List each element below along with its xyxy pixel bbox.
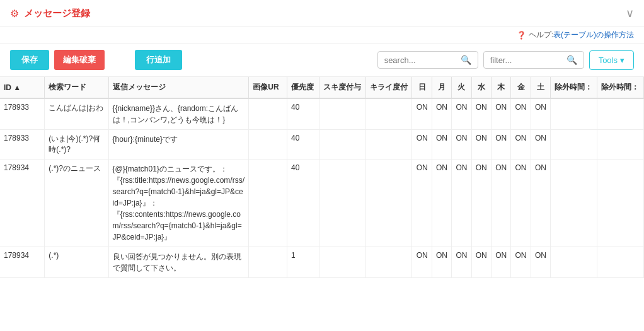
cell-fri[interactable]: ON [511, 247, 531, 278]
col-header-id[interactable]: ID ▲ [0, 77, 45, 98]
tools-button[interactable]: Tools ▾ [589, 50, 634, 70]
table-header-row: ID ▲ 検索ワード 返信メッセージ 画像UR 優先度 スキ度付与 キライ度付 … [0, 77, 644, 98]
cell-exc1[interactable] [551, 98, 597, 130]
cell-sat[interactable]: ON [531, 160, 550, 247]
header: ⚙ メッセージ登録 ∨ [0, 0, 644, 27]
cell-keyword[interactable]: (.*)?のニュース [45, 160, 108, 247]
cell-keyword[interactable]: こんばんは|おわ [45, 98, 108, 130]
cell-sat[interactable]: ON [531, 130, 550, 160]
cell-sun[interactable]: ON [412, 160, 432, 247]
cell-exc1[interactable] [551, 247, 597, 278]
cell-keyword[interactable]: (.*) [45, 247, 108, 278]
cell-img[interactable] [249, 160, 287, 247]
cell-img[interactable] [249, 247, 287, 278]
cell-thu[interactable]: ON [491, 160, 510, 247]
cell-tue[interactable]: ON [452, 160, 471, 247]
col-header-exc1[interactable]: 除外時間： [551, 77, 597, 98]
help-link[interactable]: 表(テーブル)の操作方法 [553, 30, 634, 40]
cell-id[interactable]: 178934 [0, 160, 45, 247]
cell-priority[interactable]: 40 [287, 98, 319, 130]
cell-message[interactable]: {@}{match01}のニュースです。： 『{rss:title:https:… [108, 160, 249, 247]
cell-mon[interactable]: ON [432, 98, 451, 130]
save-button[interactable]: 保存 [10, 50, 49, 70]
col-header-exc2[interactable]: 除外時間： [597, 77, 643, 98]
cell-img[interactable] [249, 98, 287, 130]
tools-chevron-icon: ▾ [620, 55, 624, 65]
cell-exc1[interactable] [551, 160, 597, 247]
cell-sat[interactable]: ON [531, 247, 550, 278]
cell-sat[interactable]: ON [531, 98, 550, 130]
cell-id[interactable]: 178933 [0, 98, 45, 130]
cell-id[interactable]: 178934 [0, 247, 45, 278]
cell-exc2[interactable] [597, 247, 643, 278]
cell-kirai[interactable] [365, 247, 412, 278]
col-header-priority[interactable]: 優先度 [287, 77, 319, 98]
cell-kirai[interactable] [365, 130, 412, 160]
col-header-message[interactable]: 返信メッセージ [108, 77, 249, 98]
cell-mon[interactable]: ON [432, 160, 451, 247]
cell-sun[interactable]: ON [412, 98, 432, 130]
data-table: ID ▲ 検索ワード 返信メッセージ 画像UR 優先度 スキ度付与 キライ度付 … [0, 77, 644, 278]
col-header-kirai[interactable]: キライ度付 [365, 77, 412, 98]
cell-suki[interactable] [319, 98, 365, 130]
chevron-down-icon[interactable]: ∨ [626, 6, 634, 20]
cell-wed[interactable]: ON [471, 247, 491, 278]
cell-fri[interactable]: ON [511, 160, 531, 247]
cell-wed[interactable]: ON [471, 160, 491, 247]
col-header-tue[interactable]: 火 [452, 77, 471, 98]
cell-suki[interactable] [319, 160, 365, 247]
table-body: 178933こんばんは|おわ{{nickname}}さん、{random:こんば… [0, 98, 644, 278]
cell-wed[interactable]: ON [471, 130, 491, 160]
cell-img[interactable] [249, 130, 287, 160]
cell-suki[interactable] [319, 247, 365, 278]
cell-message[interactable]: {{nickname}}さん、{random:こんばんは！,コンバンワ,どうも今… [108, 98, 249, 130]
cell-exc2[interactable] [597, 160, 643, 247]
search-icon: 🔍 [461, 55, 471, 65]
cell-exc1[interactable] [551, 130, 597, 160]
cell-mon[interactable]: ON [432, 247, 451, 278]
cell-kirai[interactable] [365, 98, 412, 130]
discard-button[interactable]: 編集破棄 [54, 50, 105, 70]
table-wrapper: ID ▲ 検索ワード 返信メッセージ 画像UR 優先度 スキ度付与 キライ度付 … [0, 77, 644, 278]
cell-suki[interactable] [319, 130, 365, 160]
col-header-img[interactable]: 画像UR [249, 77, 287, 98]
cell-message[interactable]: 良い回答が見つかりません。別の表現で質問して下さい。 [108, 247, 249, 278]
cell-id[interactable]: 178933 [0, 130, 45, 160]
cell-tue[interactable]: ON [452, 130, 471, 160]
cell-keyword[interactable]: (いま|今)(.*)?何時(.*)? [45, 130, 108, 160]
col-header-mon[interactable]: 月 [432, 77, 451, 98]
col-header-thu[interactable]: 木 [491, 77, 510, 98]
cell-priority[interactable]: 40 [287, 160, 319, 247]
cell-priority[interactable]: 1 [287, 247, 319, 278]
help-bar: ❓ ヘルプ: 表(テーブル)の操作方法 [0, 27, 644, 44]
cell-tue[interactable]: ON [452, 247, 471, 278]
cell-priority[interactable]: 40 [287, 130, 319, 160]
cell-mon[interactable]: ON [432, 130, 451, 160]
filter-input[interactable] [490, 55, 563, 65]
cell-fri[interactable]: ON [511, 98, 531, 130]
cell-fri[interactable]: ON [511, 130, 531, 160]
col-header-wed[interactable]: 水 [471, 77, 491, 98]
cell-wed[interactable]: ON [471, 98, 491, 130]
cell-exc2[interactable] [597, 98, 643, 130]
cell-message[interactable]: {hour}:{minute}です [108, 130, 249, 160]
header-left: ⚙ メッセージ登録 [10, 8, 90, 20]
search-input[interactable] [384, 55, 457, 65]
cell-sun[interactable]: ON [412, 247, 432, 278]
help-prefix: ヘルプ: [529, 30, 553, 40]
col-header-sat[interactable]: 土 [531, 77, 550, 98]
cell-exc2[interactable] [597, 130, 643, 160]
col-header-sun[interactable]: 日 [412, 77, 432, 98]
cell-kirai[interactable] [365, 160, 412, 247]
col-header-keyword[interactable]: 検索ワード [45, 77, 108, 98]
cell-thu[interactable]: ON [491, 247, 510, 278]
col-header-suki[interactable]: スキ度付与 [319, 77, 365, 98]
col-header-fri[interactable]: 金 [511, 77, 531, 98]
cell-sun[interactable]: ON [412, 130, 432, 160]
toolbar: 保存 編集破棄 行追加 🔍 🔍 Tools ▾ [0, 44, 644, 77]
cell-thu[interactable]: ON [491, 98, 510, 130]
add-row-button[interactable]: 行追加 [135, 50, 182, 70]
gear-icon: ⚙ [10, 8, 19, 20]
cell-tue[interactable]: ON [452, 98, 471, 130]
cell-thu[interactable]: ON [491, 130, 510, 160]
